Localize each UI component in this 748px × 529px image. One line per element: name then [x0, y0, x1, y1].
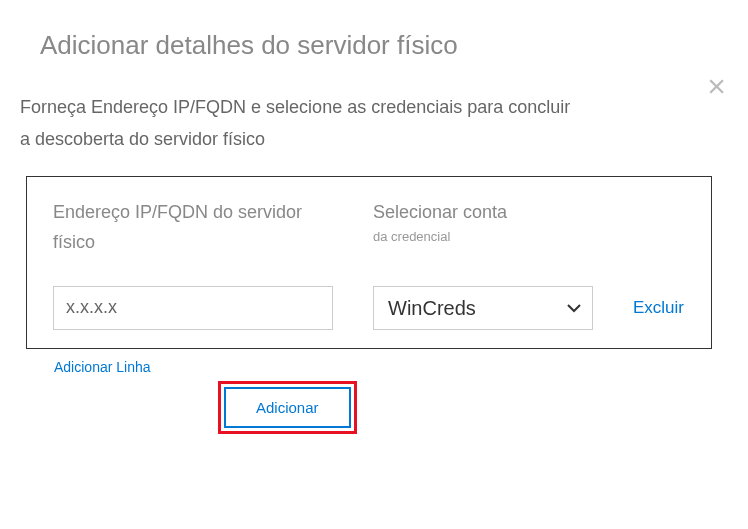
close-icon[interactable]: × — [707, 70, 726, 102]
add-button-highlight: Adicionar — [218, 381, 357, 434]
delete-link[interactable]: Excluir — [633, 298, 688, 318]
ip-fqdn-input[interactable] — [53, 286, 333, 330]
credential-sublabel: da credencial — [373, 229, 593, 244]
account-label-group: Selecionar conta da credencial — [373, 197, 593, 245]
select-account-label: Selecionar conta — [373, 197, 593, 228]
add-button[interactable]: Adicionar — [224, 387, 351, 428]
add-line-link[interactable]: Adicionar Linha — [54, 359, 728, 375]
description-line-1: Forneça Endereço IP/FQDN e selecione as … — [20, 97, 570, 117]
description-text: Forneça Endereço IP/FQDN e selecione as … — [20, 91, 728, 156]
server-form-box: Endereço IP/FQDN do servidor físico Sele… — [26, 176, 712, 349]
credential-select[interactable]: WinCreds — [373, 286, 593, 330]
ip-fqdn-label: Endereço IP/FQDN do servidor físico — [53, 197, 333, 258]
description-line-2: a descoberta do servidor físico — [20, 129, 265, 149]
page-title: Adicionar detalhes do servidor físico — [40, 30, 728, 61]
